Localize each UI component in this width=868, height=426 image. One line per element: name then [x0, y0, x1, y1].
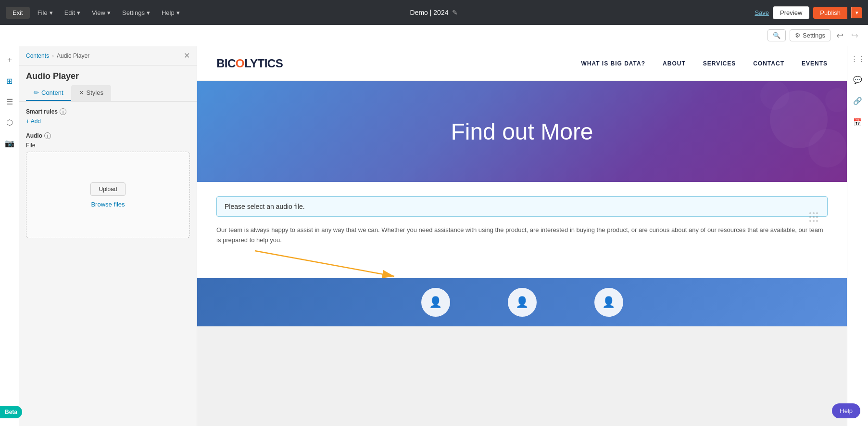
file-upload-area[interactable]: Upload Browse files	[26, 152, 190, 238]
smart-rules-label: Smart rules i	[26, 108, 190, 115]
svg-point-1	[808, 129, 847, 168]
save-button[interactable]: Save	[755, 9, 769, 16]
breadcrumb-parent[interactable]: Contents	[26, 52, 49, 59]
breadcrumb: Contents › Audio Player	[26, 52, 89, 59]
panel-title: Audio Player	[19, 65, 197, 81]
nav-link-events[interactable]: EVENTS	[802, 60, 828, 67]
bottom-section: 👤 👤 👤	[197, 278, 847, 326]
body-text: Our team is always happy to assist in an…	[216, 225, 828, 245]
sidebar-nav-button[interactable]: ☰	[3, 94, 16, 109]
view-menu[interactable]: View ▾	[88, 7, 114, 18]
audio-info-icon[interactable]: i	[44, 132, 51, 139]
hero-background-pattern	[703, 81, 847, 182]
site-nav-links: WHAT IS BIG DATA? ABOUT SERVICES CONTACT…	[581, 60, 828, 67]
breadcrumb-child: Audio Player	[57, 52, 89, 59]
topbar: Exit File ▾ Edit ▾ View ▾ Settings ▾ Hel…	[0, 0, 868, 25]
panel-body: Smart rules i + Add Audio i File Upload …	[19, 102, 197, 426]
settings-menu[interactable]: Settings ▾	[118, 7, 154, 18]
properties-panel: Contents › Audio Player ✕ Audio Player ✏…	[19, 46, 197, 426]
hero-title: Find out More	[451, 118, 593, 145]
topbar-center: Demo | 2024 ✎	[410, 9, 458, 16]
redo-button[interactable]: ↪	[849, 28, 860, 43]
publish-dropdown-button[interactable]: ▾	[851, 7, 862, 18]
tab-styles[interactable]: ✕ Styles	[71, 85, 111, 101]
upload-button[interactable]: Upload	[90, 182, 125, 196]
panel-close-button[interactable]: ✕	[184, 51, 190, 60]
exit-button[interactable]: Exit	[6, 7, 30, 19]
avatar-1: 👤	[421, 288, 450, 317]
sidebar-media-button[interactable]: 📷	[2, 136, 17, 151]
nav-link-big-data[interactable]: WHAT IS BIG DATA?	[581, 60, 645, 67]
gear-icon: ⚙	[795, 32, 801, 39]
tab-content[interactable]: ✏ Content	[26, 85, 71, 101]
canvas-area: BICOLYTICS WHAT IS BIG DATA? ABOUT SERVI…	[197, 46, 847, 426]
help-menu[interactable]: Help ▾	[158, 7, 184, 18]
edit-menu[interactable]: Edit ▾	[61, 7, 84, 18]
right-sidebar: ⋮⋮ 💬 🔗 📅	[847, 46, 868, 426]
right-sidebar-chat-icon[interactable]: 💬	[849, 71, 867, 89]
sidebar-add-button[interactable]: ＋	[3, 52, 16, 68]
nav-link-about[interactable]: ABOUT	[663, 60, 686, 67]
browse-files-link[interactable]: Browse files	[91, 201, 125, 208]
beta-badge[interactable]: Beta	[0, 406, 22, 418]
left-sidebar: ＋ ⊞ ☰ ⬡ 📷	[0, 46, 19, 426]
pencil-icon[interactable]: ✎	[452, 9, 458, 16]
audio-label: Audio i	[26, 132, 190, 139]
site-logo: BICOLYTICS	[216, 57, 283, 70]
smart-rules-info-icon[interactable]: i	[60, 108, 66, 115]
right-sidebar-calendar-icon[interactable]: 📅	[849, 114, 867, 131]
main-layout: ＋ ⊞ ☰ ⬡ 📷 Contents › Audio Player ✕ Audi…	[0, 46, 868, 426]
hero-section: Find out More	[197, 81, 847, 182]
avatar-3: 👤	[594, 288, 623, 317]
search-icon: 🔍	[773, 32, 780, 39]
audio-section: Audio i File Upload Browse files	[26, 132, 190, 238]
content-section: Please select an audio file. Our team is…	[197, 182, 847, 278]
svg-point-3	[825, 88, 847, 112]
right-sidebar-grid-icon[interactable]: ⋮⋮	[849, 50, 867, 67]
x-tab-icon: ✕	[79, 89, 84, 96]
sidebar-components-button[interactable]: ⬡	[3, 115, 16, 130]
right-sidebar-link-icon[interactable]: 🔗	[849, 92, 867, 110]
file-label: File	[26, 142, 190, 149]
page-title: Demo | 2024	[410, 9, 449, 16]
tab-bar: ✏ Content ✕ Styles	[19, 81, 197, 102]
secondary-toolbar: 🔍 ⚙ Settings ↩ ↪	[0, 25, 868, 46]
sidebar-layers-button[interactable]: ⊞	[3, 74, 15, 89]
panel-header: Contents › Audio Player ✕	[19, 46, 197, 65]
file-menu[interactable]: File ▾	[34, 7, 57, 18]
logo-accent: O	[236, 57, 244, 70]
pencil-tab-icon: ✏	[34, 89, 39, 96]
nav-link-contact[interactable]: CONTACT	[753, 60, 784, 67]
nav-link-services[interactable]: SERVICES	[703, 60, 736, 67]
scroll-hint	[809, 212, 818, 222]
topbar-right: Save Preview Publish ▾	[755, 6, 862, 19]
topbar-left: Exit File ▾ Edit ▾ View ▾ Settings ▾ Hel…	[6, 7, 184, 19]
settings-button[interactable]: ⚙ Settings	[790, 29, 830, 41]
publish-button[interactable]: Publish	[813, 7, 847, 19]
avatar-2: 👤	[508, 288, 537, 317]
undo-button[interactable]: ↩	[834, 28, 845, 43]
site-navigation: BICOLYTICS WHAT IS BIG DATA? ABOUT SERVI…	[197, 46, 847, 81]
search-button[interactable]: 🔍	[767, 29, 786, 41]
help-button[interactable]: Help	[832, 403, 860, 418]
svg-point-2	[760, 81, 789, 110]
preview-button[interactable]: Preview	[773, 6, 809, 19]
add-rule-button[interactable]: + Add	[26, 118, 41, 125]
smart-rules-section: Smart rules i + Add	[26, 108, 190, 125]
audio-alert: Please select an audio file.	[216, 196, 828, 217]
